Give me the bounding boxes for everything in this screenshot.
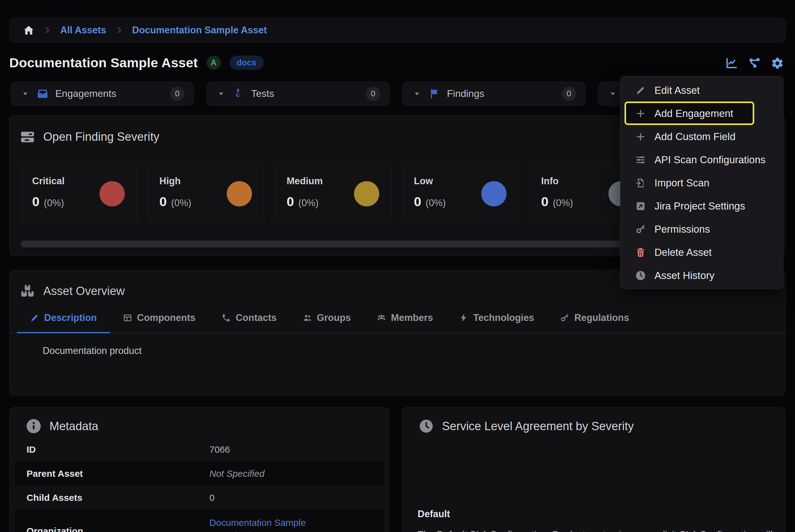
metadata-card: Metadata ID 7066 Parent Asset Not Specif… <box>9 407 390 532</box>
severity-count: 0 <box>159 194 167 209</box>
severity-card-critical: Critical 0(0%) <box>21 163 137 224</box>
sla-card: Service Level Agreement by Severity Defa… <box>402 407 786 532</box>
menu-item-delete-asset[interactable]: Delete Asset <box>620 241 783 264</box>
breadcrumb-link-current[interactable]: Documentation Sample Asset <box>132 25 267 36</box>
asset-tag-badge[interactable]: docs <box>230 56 264 70</box>
plus-icon <box>635 108 646 119</box>
dropdown-label: Findings <box>447 88 555 99</box>
boxes-stacked-icon <box>20 284 35 298</box>
tab-label: Members <box>391 312 433 323</box>
table-row: Child Assets 0 <box>15 486 384 510</box>
count-badge: 0 <box>170 87 184 101</box>
dropdown-label: Tests <box>251 88 359 99</box>
tab-members[interactable]: Members <box>364 310 446 333</box>
menu-item-label: Edit Asset <box>654 84 700 96</box>
asset-overview-header: Asset Overview <box>20 284 125 298</box>
table-row: ID 7066 <box>15 438 384 462</box>
bolt-icon <box>459 313 468 322</box>
clock-icon <box>635 270 646 281</box>
tab-description[interactable]: Description <box>17 310 110 333</box>
tests-dropdown[interactable]: Tests 0 <box>206 81 390 106</box>
metadata-table: ID 7066 Parent Asset Not Specified Child… <box>10 438 389 532</box>
menu-item-label: Permissions <box>654 223 710 235</box>
tab-groups[interactable]: Groups <box>290 310 364 333</box>
home-icon[interactable] <box>23 25 34 36</box>
page-title: Documentation Sample Asset <box>9 55 198 70</box>
tab-label: Technologies <box>473 312 534 323</box>
breadcrumb: All Assets Documentation Sample Asset <box>9 18 786 43</box>
menu-item-asset-history[interactable]: Asset History <box>620 264 783 287</box>
trash-icon <box>635 247 646 258</box>
menu-item-edit-asset[interactable]: Edit Asset <box>620 79 783 102</box>
severity-cards-row: Critical 0(0%) High 0(0%) Medium 0(0%) L… <box>21 163 646 224</box>
table-row: Parent Asset Not Specified <box>15 462 384 486</box>
caret-down-icon <box>217 89 226 98</box>
severity-percent: (0%) <box>426 197 446 209</box>
severity-title: Open Finding Severity <box>43 130 159 144</box>
users-group-icon <box>377 313 386 322</box>
severity-percent: (0%) <box>299 197 319 209</box>
severity-card-low: Low 0(0%) <box>403 163 519 224</box>
row-label: ID <box>26 444 210 455</box>
table-icon <box>123 313 132 322</box>
row-label: Organization <box>26 526 210 532</box>
row-value: Not Specified <box>210 469 265 479</box>
tests-icon <box>233 88 244 100</box>
count-badge: 0 <box>562 87 576 101</box>
sla-header: Service Level Agreement by Severity <box>419 419 634 433</box>
severity-count: 0 <box>287 194 294 209</box>
sitemap-icon[interactable] <box>748 57 761 70</box>
menu-item-label: Import Scan <box>654 177 709 189</box>
menu-item-api-scan-configurations[interactable]: API Scan Configurations <box>620 148 783 171</box>
severity-card-high: High 0(0%) <box>148 163 264 224</box>
asset-grade-badge: A <box>206 56 221 70</box>
menu-item-jira-project-settings[interactable]: Jira Project Settings <box>620 194 783 217</box>
severity-count: 0 <box>414 194 421 209</box>
file-import-icon <box>635 178 646 188</box>
severity-percent: (0%) <box>171 197 191 209</box>
menu-item-label: Add Custom Field <box>654 131 735 142</box>
severity-count: 0 <box>32 194 39 209</box>
tab-label: Components <box>137 312 196 323</box>
row-value: 0 <box>210 493 215 503</box>
organization-link[interactable]: Documentation Sample Organization <box>210 517 358 532</box>
plus-icon <box>635 131 646 142</box>
key-icon <box>635 224 646 234</box>
findings-dropdown[interactable]: Findings 0 <box>402 81 585 106</box>
severity-percent: (0%) <box>44 197 64 209</box>
tab-components[interactable]: Components <box>110 310 209 333</box>
server-stack-icon <box>20 131 35 144</box>
menu-item-permissions[interactable]: Permissions <box>620 217 783 241</box>
chart-line-icon[interactable] <box>725 57 738 70</box>
severity-header: Open Finding Severity <box>20 130 159 144</box>
menu-item-add-engagement[interactable]: Add Engagement <box>620 102 783 125</box>
caret-down-icon <box>412 89 421 98</box>
external-link-square-icon <box>635 201 646 211</box>
menu-item-label: Jira Project Settings <box>654 200 745 212</box>
gear-icon[interactable] <box>771 57 784 70</box>
row-value: 7066 <box>210 444 230 455</box>
asset-overview-tabs: Description Components Contacts Groups M… <box>10 310 785 333</box>
chevron-right-icon <box>43 26 52 35</box>
menu-item-label: Delete Asset <box>654 247 711 258</box>
phone-icon <box>221 313 231 322</box>
row-label: Child Assets <box>26 493 210 503</box>
info-icon <box>26 419 41 433</box>
engagements-icon <box>37 88 49 100</box>
engagements-dropdown[interactable]: Engagements 0 <box>11 81 194 106</box>
tab-regulations[interactable]: Regulations <box>547 310 642 333</box>
menu-item-import-scan[interactable]: Import Scan <box>620 171 783 194</box>
row-label: Parent Asset <box>26 469 210 479</box>
caret-down-icon <box>608 89 617 98</box>
sla-config-name: Default <box>418 509 450 520</box>
metadata-title: Metadata <box>50 420 98 433</box>
count-badge: 0 <box>366 87 380 101</box>
sliders-icon <box>635 155 646 165</box>
tab-contacts[interactable]: Contacts <box>209 310 290 333</box>
breadcrumb-link-all-assets[interactable]: All Assets <box>60 25 106 36</box>
menu-item-label: API Scan Configurations <box>654 154 766 166</box>
tab-technologies[interactable]: Technologies <box>446 310 547 333</box>
menu-item-add-custom-field[interactable]: Add Custom Field <box>620 125 783 148</box>
severity-dot <box>481 181 507 206</box>
key-icon <box>560 313 569 322</box>
